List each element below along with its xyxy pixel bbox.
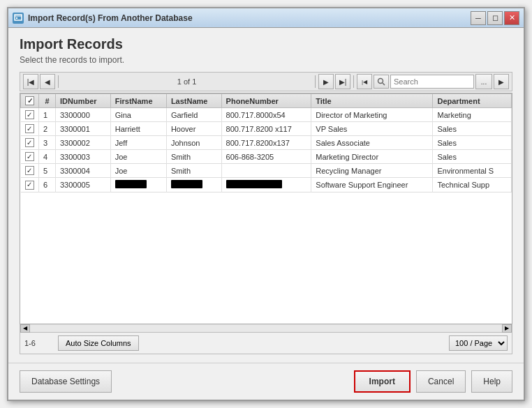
horizontal-scrollbar[interactable]: ◀ ▶ [20,324,512,333]
row-title: Director of Marketing [311,108,433,122]
import-button[interactable]: Import [354,370,411,393]
row-lastname: Johnson [166,136,221,150]
title-bar: Import Record(s) From Another Database ─… [8,8,524,28]
row-dept: Sales [433,136,512,150]
select-all-checkbox[interactable] [25,96,34,105]
row-dept: Sales [433,150,512,164]
row-checkbox[interactable] [25,124,34,133]
table-footer: 1-6 Auto Size Columns 100 / Page 50 / Pa… [20,333,512,354]
row-firstname: Joe [110,150,166,164]
table-row: 33300002JeffJohnson800.717.8200x137Sales… [21,136,512,150]
row-checkbox-cell [21,108,39,122]
svg-point-3 [378,79,383,84]
cancel-button[interactable]: Cancel [416,370,466,393]
row-checkbox[interactable] [25,181,34,190]
close-button[interactable]: ✕ [504,11,519,25]
col-header-lastname: LastName [166,94,221,108]
row-firstname: Jeff [110,136,166,150]
records-table: # IDNumber FirstName LastName PhoneNumbe… [20,93,512,192]
scroll-track[interactable] [30,325,502,332]
first-page-button[interactable]: |◀ [23,74,38,89]
svg-line-4 [383,83,385,85]
table-row: 53300004JoeSmithRecycling ManagerEnviron… [21,164,512,178]
table-row: 13300000GinaGarfield800.717.8000x54Direc… [21,108,512,122]
row-id: 3300002 [56,136,111,150]
row-num: 3 [39,136,56,150]
restore-button[interactable]: ◻ [487,11,503,25]
row-id: 3300000 [56,108,111,122]
row-checkbox-cell [21,122,39,136]
bottom-bar: Database Settings Import Cancel Help [8,363,524,400]
row-checkbox-cell [21,164,39,178]
table-row: 23300001HarriettHoover800.717.8200 x117V… [21,122,512,136]
row-firstname: Gina [110,108,166,122]
row-lastname: Hoover [166,122,221,136]
row-firstname: Harriett [110,122,166,136]
row-firstname [110,178,166,192]
row-lastname [166,178,221,192]
scroll-left-button[interactable]: ◀ [20,324,30,333]
last-page-button[interactable]: ▶| [335,74,350,89]
prev-page-button[interactable]: ◀ [40,74,55,89]
row-title: Software Support Engineer [311,178,433,192]
row-title: Sales Associate [311,136,433,150]
svg-rect-2 [16,17,17,19]
row-lastname: Garfield [166,108,221,122]
row-checkbox[interactable] [25,166,34,175]
row-checkbox-cell [21,150,39,164]
auto-size-button[interactable]: Auto Size Columns [58,335,139,351]
search-options-button[interactable]: ... [475,74,492,89]
main-window: Import Record(s) From Another Database ─… [7,7,525,401]
col-header-title: Title [311,94,433,108]
row-checkbox[interactable] [25,152,34,161]
col-header-phone: PhoneNumber [221,94,311,108]
row-num: 5 [39,164,56,178]
next-page-button[interactable]: ▶ [318,74,334,89]
minimize-button[interactable]: ─ [471,11,486,25]
row-firstname: Joe [110,164,166,178]
row-dept: Environmental S [433,164,512,178]
row-id: 3300005 [56,178,111,192]
row-lastname: Smith [166,150,221,164]
row-phone: 800.717.8200x137 [221,136,311,150]
toolbar-separator-1 [58,75,59,88]
row-title: Marketing Director [311,150,433,164]
col-header-dept: Department [433,94,512,108]
window-title: Import Record(s) From Another Database [28,13,471,23]
record-range: 1-6 [24,339,52,347]
row-num: 6 [39,178,56,192]
row-checkbox-cell [21,136,39,150]
row-checkbox[interactable] [25,138,34,147]
navigation-toolbar: |◀ ◀ 1 of 1 ▶ ▶| |◀ ... ▶ [20,72,512,91]
row-phone [221,178,311,192]
row-lastname: Smith [166,164,221,178]
row-num: 2 [39,122,56,136]
search-icon-button[interactable] [374,75,389,89]
records-table-container: # IDNumber FirstName LastName PhoneNumbe… [20,93,512,324]
content-area: Import Records Select the records to imp… [8,28,524,363]
search-next-button[interactable]: ▶ [494,74,509,89]
search-input[interactable] [390,75,474,89]
row-phone: 800.717.8200 x117 [221,122,311,136]
row-dept: Technical Supp [433,178,512,192]
help-button[interactable]: Help [471,370,512,393]
row-dept: Marketing [433,108,512,122]
database-settings-button[interactable]: Database Settings [20,370,112,393]
prev-nav-button[interactable]: |◀ [357,74,372,89]
table-row: 63300005Software Support EngineerTechnic… [21,178,512,192]
col-header-firstname: FirstName [110,94,166,108]
col-header-checkbox [21,94,39,108]
row-phone: 606-868-3205 [221,150,311,164]
col-header-idnumber: IDNumber [56,94,111,108]
svg-rect-0 [15,15,22,20]
row-num: 1 [39,108,56,122]
page-title: Import Records [20,36,512,52]
row-phone: 800.717.8000x54 [221,108,311,122]
window-controls: ─ ◻ ✕ [471,11,519,25]
row-id: 3300003 [56,150,111,164]
per-page-select[interactable]: 100 / Page 50 / Page 25 / Page [449,335,508,351]
row-id: 3300004 [56,164,111,178]
scroll-right-button[interactable]: ▶ [502,324,512,333]
col-header-num: # [39,94,56,108]
row-checkbox[interactable] [25,110,34,119]
